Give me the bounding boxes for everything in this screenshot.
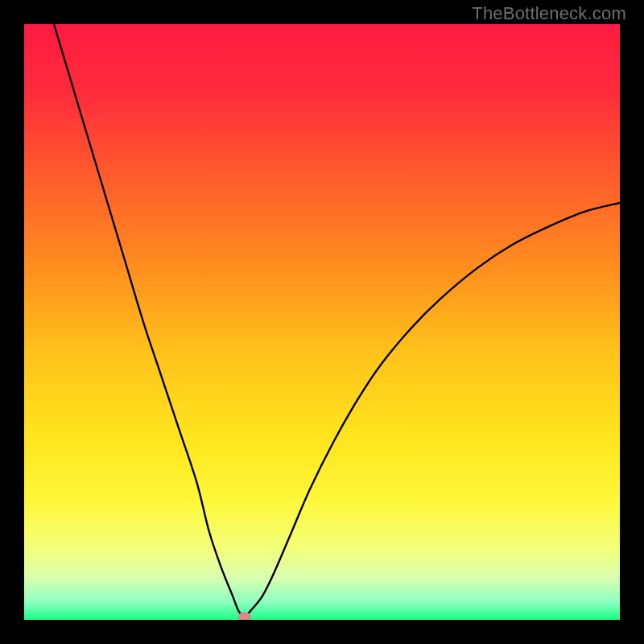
outer-frame: TheBottleneck.com <box>0 0 644 644</box>
gradient-background <box>24 24 620 620</box>
bottleneck-chart <box>24 24 620 620</box>
plot-area <box>24 24 620 620</box>
watermark-text: TheBottleneck.com <box>472 3 626 24</box>
